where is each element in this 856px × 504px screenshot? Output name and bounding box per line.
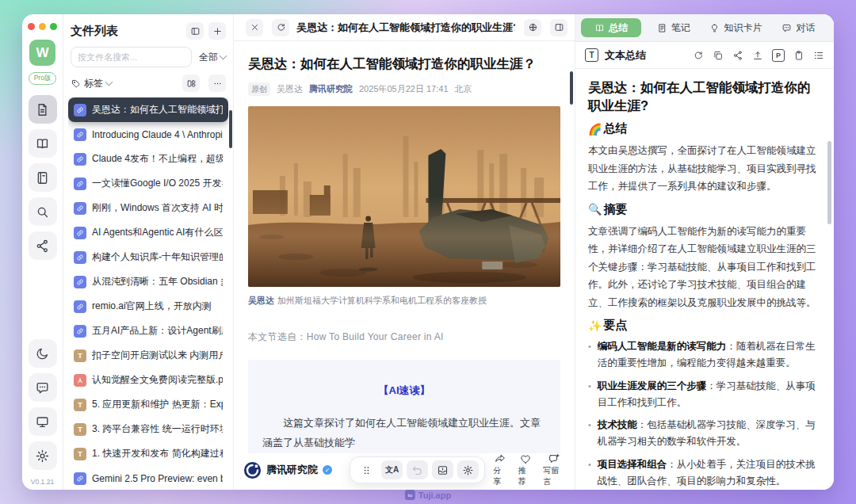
close-tab-button[interactable] bbox=[246, 19, 263, 36]
clipboard-button[interactable] bbox=[793, 50, 804, 61]
file-item[interactable]: 一文读懂Google I/O 2025 开发者... bbox=[68, 171, 228, 196]
tab-summary[interactable]: 总结 bbox=[581, 18, 641, 37]
feedback-button[interactable] bbox=[29, 373, 57, 402]
summary-doc-title: 吴恩达：如何在人工智能领域打造你的职业生涯? bbox=[588, 78, 821, 115]
file-item-label: 3. 跨平台兼容性 统一运行时环境：... bbox=[92, 422, 223, 436]
copy-button[interactable] bbox=[713, 50, 724, 61]
file-item[interactable]: 认知觉醒全文免费阅读完整版.pdf bbox=[68, 368, 228, 392]
caption-author-link[interactable]: 吴恩达 bbox=[248, 296, 274, 305]
file-item[interactable]: 1. 快速开发和发布 简化构建过程：... bbox=[68, 441, 228, 466]
summary-content[interactable]: 吴恩达：如何在人工智能领域打造你的职业生涯? 🌈总结 本文由吴恩达撰写，全面探讨… bbox=[575, 69, 834, 490]
file-item[interactable]: 吴恩达：如何在人工智能领域打造... bbox=[68, 97, 228, 122]
toolbar-settings-button[interactable] bbox=[457, 460, 479, 479]
rail-reader-button[interactable] bbox=[29, 129, 57, 158]
reload-button[interactable] bbox=[272, 19, 289, 36]
key-points-list: •编码人工智能是新的读写能力：随着机器在日常生活的重要性增加，编程能力变得越来越… bbox=[588, 338, 821, 490]
export-notion-button[interactable]: P bbox=[772, 49, 785, 62]
file-list-scrollbar[interactable] bbox=[229, 110, 232, 148]
article-author: 吴恩达 bbox=[277, 83, 303, 95]
book-icon bbox=[594, 23, 605, 33]
file-item[interactable]: 3. 跨平台兼容性 统一运行时环境：... bbox=[68, 417, 228, 441]
file-item[interactable]: 五月AI产品上新：设计Agent刷屏，... bbox=[68, 319, 228, 343]
file-item[interactable]: remio.ai官网上线，开放内测 bbox=[68, 294, 228, 319]
section-heading-abstract: 🔍摘要 bbox=[588, 202, 821, 217]
file-item[interactable]: Gemini 2.5 Pro Preview: even bette... bbox=[68, 466, 228, 490]
add-file-button[interactable] bbox=[208, 22, 226, 40]
tag-icon[interactable] bbox=[71, 78, 81, 89]
file-item[interactable]: 扣子空间开启测试以来 内测用户已... bbox=[68, 343, 228, 368]
undo-button[interactable] bbox=[407, 460, 428, 479]
link-icon bbox=[74, 251, 86, 264]
window-controls bbox=[28, 23, 57, 30]
file-list-title: 文件列表 bbox=[71, 24, 182, 39]
section-heading-summary: 🌈总结 bbox=[588, 121, 821, 136]
file-item[interactable]: Introducing Claude 4 \ Anthropic bbox=[68, 122, 228, 147]
rail-notebook-button[interactable] bbox=[29, 163, 57, 192]
app-logo-letter: W bbox=[36, 45, 48, 61]
share-action[interactable]: 分享 bbox=[493, 452, 508, 487]
article-scrollbar[interactable] bbox=[570, 71, 573, 105]
tab-chat[interactable]: 对话 bbox=[768, 18, 828, 37]
tab-knowledge-cards[interactable]: 知识卡片 bbox=[706, 18, 766, 37]
file-item[interactable]: Claude 4发布！不止编程，超级Ag... bbox=[68, 147, 228, 171]
article-source-link[interactable]: 腾讯研究院 bbox=[309, 83, 353, 95]
file-search-input[interactable] bbox=[71, 47, 192, 67]
dark-mode-button[interactable] bbox=[29, 339, 57, 368]
zoom-window-button[interactable] bbox=[50, 23, 57, 30]
minimize-window-button[interactable] bbox=[39, 23, 46, 30]
file-item[interactable]: 刚刚，Windows 首次支持 AI 时代... bbox=[68, 196, 228, 220]
toggle-sidebar-button[interactable] bbox=[550, 19, 567, 36]
article-panel: 吴恩达：如何在人工智能领域打造你的职业生涯? 吴恩达：如何在人工智能领域打造你的… bbox=[234, 14, 575, 490]
rail-search-button[interactable] bbox=[29, 197, 57, 226]
account-info[interactable]: 腾讯研究院 ✓ bbox=[243, 461, 332, 479]
share-button[interactable] bbox=[732, 50, 743, 61]
export-button[interactable] bbox=[752, 50, 763, 61]
close-window-button[interactable] bbox=[28, 23, 35, 30]
collapse-panel-button[interactable] bbox=[186, 22, 204, 40]
file-item[interactable]: 构建个人知识库-十年知识管理的工... bbox=[68, 245, 228, 269]
file-item-label: Gemini 2.5 Pro Preview: even bette... bbox=[92, 473, 223, 484]
share-icon bbox=[35, 239, 50, 254]
file-item-label: 吴恩达：如何在人工智能领域打造... bbox=[92, 103, 223, 116]
watermark-label: Tuji.app bbox=[418, 491, 451, 500]
tab-notes[interactable]: 笔记 bbox=[644, 18, 704, 37]
filter-dropdown[interactable]: 全部 bbox=[199, 51, 226, 64]
like-action[interactable]: 推荐 bbox=[518, 452, 533, 487]
key-point: •职业生涯发展的三个步骤：学习基础技能、从事项目工作和找到工作。 bbox=[588, 378, 821, 412]
save-to-library-button[interactable] bbox=[432, 460, 453, 479]
tab-label: 总结 bbox=[609, 21, 628, 35]
article-content[interactable]: 吴恩达：如何在人工智能领域打造你的职业生涯？ 原创 吴恩达 腾讯研究院 2025… bbox=[234, 41, 575, 453]
gear-icon bbox=[462, 464, 474, 476]
file-item[interactable]: 5. 应用更新和维护 热更新：Expo ... bbox=[68, 392, 228, 417]
summary-scrollbar[interactable] bbox=[827, 141, 831, 224]
file-item[interactable]: 从混沌到清晰：五年 Obsidian 多笔... bbox=[68, 269, 228, 294]
pro-badge[interactable]: Pro版 bbox=[29, 72, 57, 85]
file-item-label: 刚刚，Windows 首次支持 AI 时代... bbox=[92, 201, 223, 215]
link-icon bbox=[74, 128, 86, 141]
rail-share-button[interactable] bbox=[29, 231, 57, 260]
comment-action[interactable]: 写留言 bbox=[543, 452, 565, 487]
file-item[interactable]: AI Agents和Agentic AI有什么区别? bbox=[68, 220, 228, 245]
article-actions: 分享 推荐 写留言 bbox=[493, 452, 565, 487]
article-tab-title: 吴恩达：如何在人工智能领域打造你的职业生涯? bbox=[296, 21, 515, 35]
outline-button[interactable] bbox=[813, 50, 824, 61]
tag-label[interactable]: 标签 bbox=[84, 77, 103, 90]
monitor-icon bbox=[35, 414, 50, 430]
view-mode-button[interactable] bbox=[182, 74, 200, 92]
tuji-logo-icon: tu bbox=[405, 490, 415, 500]
rail-files-button[interactable] bbox=[29, 95, 57, 124]
settings-button[interactable] bbox=[29, 441, 57, 470]
more-options-button[interactable] bbox=[208, 74, 226, 92]
display-button[interactable] bbox=[29, 407, 57, 436]
open-in-browser-button[interactable] bbox=[524, 19, 541, 36]
drag-handle[interactable] bbox=[356, 460, 377, 479]
desktop-watermark: tu Tuji.app bbox=[405, 490, 451, 500]
file-item-label: remio.ai官网上线，开放内测 bbox=[92, 300, 212, 313]
like-label: 推荐 bbox=[518, 465, 533, 487]
text-doc-icon bbox=[74, 448, 86, 460]
chat-bubble-icon bbox=[781, 23, 792, 33]
regenerate-button[interactable] bbox=[693, 50, 704, 61]
plus-icon bbox=[212, 26, 223, 36]
excerpt-note: 本文节选自：How To Build Your Career in AI bbox=[248, 330, 560, 344]
translate-button[interactable]: 文A bbox=[381, 460, 403, 479]
